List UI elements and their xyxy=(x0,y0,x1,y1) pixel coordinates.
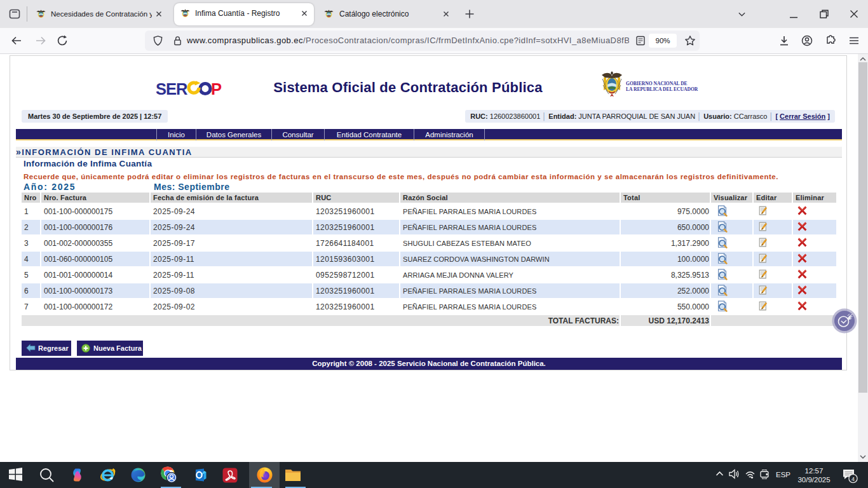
svg-text:SER: SER xyxy=(156,80,187,98)
svg-text:P: P xyxy=(211,80,222,98)
svg-text:4: 4 xyxy=(851,476,855,482)
